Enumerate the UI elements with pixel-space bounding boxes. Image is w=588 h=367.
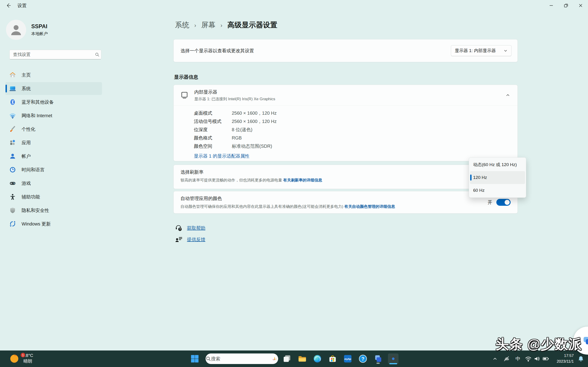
get-help-row: ? 获取帮助 <box>175 224 205 232</box>
task-view-icon <box>283 354 292 363</box>
detail-row-bit-depth: 位深度 8 位(递色) <box>194 125 518 134</box>
clock-time: 17:57 <box>557 353 574 359</box>
profile-name: SSPAI <box>31 23 48 30</box>
settings-search-box[interactable] <box>9 50 101 59</box>
breadcrumb-system[interactable]: 系统 <box>175 20 189 30</box>
display-info-title: 内部显示器 <box>194 89 275 95</box>
display-adapter-properties-link[interactable]: 显示器 1 的显示适配器属性 <box>194 153 250 159</box>
detail-value: 2560 × 1600，120 Hz <box>232 118 277 125</box>
gaming-icon <box>9 180 16 187</box>
get-help-app-button[interactable]: ? <box>358 353 368 364</box>
display-selector-card: 选择一个显示器以查看或更改其设置 显示器 1: 内部显示器 <box>173 39 518 62</box>
detail-row-signal-mode: 活动信号模式 2560 × 1600，120 Hz <box>194 117 518 125</box>
accounts-icon <box>9 153 16 160</box>
tray-show-hidden-button[interactable] <box>491 355 499 363</box>
sidebar-item-label: 时间和语言 <box>22 167 44 173</box>
sidebar-item-time-language[interactable]: 时间和语言 <box>5 163 102 176</box>
sidebar-item-label: 个性化 <box>22 126 35 132</box>
close-button[interactable] <box>573 0 588 11</box>
minimize-button[interactable] <box>544 0 559 11</box>
sidebar-item-system[interactable]: 系统 <box>5 82 102 95</box>
window-controls <box>544 0 588 11</box>
sidebar-nav: 主页 系统 蓝牙和其他设备 网络和 Internet 个性化 应用 帐户 <box>0 68 104 231</box>
sidebar-item-label: 游戏 <box>22 180 31 186</box>
sidebar-item-home[interactable]: 主页 <box>5 69 102 81</box>
task-view-button[interactable] <box>282 353 292 364</box>
app-title: 设置 <box>17 2 27 9</box>
accessibility-icon <box>9 193 16 200</box>
sidebar-item-accounts[interactable]: 帐户 <box>5 150 102 163</box>
display-info-card: 内部显示器 显示器 1: 已连接到 Intel(R) Iris(R) Xe Gr… <box>173 85 518 161</box>
volume-tray-icon[interactable] <box>533 355 541 363</box>
edge-icon <box>313 354 322 363</box>
display-selector-value: 显示器 1: 内部显示器 <box>455 48 496 54</box>
color-management-card: 自动管理应用的颜色 自动颜色管理可确保你的应用和其他内容在此显示器上具有准确的颜… <box>173 191 518 214</box>
settings-app-button[interactable] <box>388 353 398 364</box>
start-button[interactable] <box>190 353 200 364</box>
refresh-rate-option-60hz[interactable]: 60 Hz <box>470 184 525 197</box>
color-management-toggle-group: 开 <box>488 199 510 206</box>
sidebar-item-personalization[interactable]: 个性化 <box>5 123 102 135</box>
profile-account-type: 本地帐户 <box>31 31 48 36</box>
detail-label: 位深度 <box>194 127 232 133</box>
svg-text:?: ? <box>179 228 181 231</box>
get-help-icon: ? <box>175 224 182 232</box>
settings-gear-icon <box>389 354 398 363</box>
onedrive-tray-icon[interactable] <box>502 355 510 363</box>
detail-row-color-space: 颜色空间 标准动态范围(SDR) <box>194 142 518 150</box>
breadcrumb-separator: › <box>221 22 222 29</box>
search-icon <box>93 52 101 57</box>
breadcrumb-separator: › <box>194 22 196 29</box>
refresh-rate-dropdown-flyout: 动态(60 Hz 或 120 Hz) 120 Hz 60 Hz <box>469 157 526 198</box>
back-arrow-icon <box>5 2 11 8</box>
color-management-toggle[interactable] <box>496 199 510 206</box>
svg-text:myhp: myhp <box>344 358 351 360</box>
refresh-rate-info-link[interactable]: 有关刷新率的详细信息 <box>283 178 322 182</box>
weather-condition: 晴朗 <box>23 358 33 364</box>
color-management-info-link[interactable]: 有关自动颜色管理的详细信息 <box>344 204 395 209</box>
myhp-app-button[interactable]: myhp <box>342 353 353 364</box>
notification-bell-button[interactable] <box>577 355 585 363</box>
taskbar-search-box[interactable] <box>206 353 278 364</box>
sidebar-item-network[interactable]: 网络和 Internet <box>5 109 102 122</box>
battery-tray-icon[interactable] <box>542 355 550 363</box>
get-help-link[interactable]: 获取帮助 <box>187 225 205 231</box>
sidebar-item-apps[interactable]: 应用 <box>5 136 102 149</box>
wifi-tray-icon[interactable] <box>524 355 532 363</box>
speaker-icon <box>534 355 540 362</box>
back-button[interactable] <box>3 1 14 10</box>
clock[interactable]: 17:57 2023/11/1 <box>557 353 574 364</box>
weather-widget[interactable]: 1 28°C 晴朗 <box>8 352 33 365</box>
edge-browser-button[interactable] <box>312 353 323 364</box>
detail-label: 活动信号模式 <box>194 118 232 125</box>
breadcrumb-display[interactable]: 屏幕 <box>201 20 216 30</box>
sidebar-item-accessibility[interactable]: 辅助功能 <box>5 190 102 203</box>
sidebar-item-gaming[interactable]: 游戏 <box>5 177 102 190</box>
sidebar-item-label: 辅助功能 <box>22 194 40 200</box>
display-info-expander[interactable]: 内部显示器 显示器 1: 已连接到 Intel(R) Iris(R) Xe Gr… <box>174 85 518 106</box>
toggle-state-label: 开 <box>488 199 492 206</box>
settings-search-input[interactable] <box>10 52 93 57</box>
microsoft-store-button[interactable] <box>327 353 338 364</box>
user-profile[interactable]: SSPAI 本地帐户 <box>6 20 48 40</box>
restore-button[interactable] <box>559 0 573 11</box>
sidebar-item-privacy-security[interactable]: 隐私和安全性 <box>5 204 102 217</box>
file-explorer-button[interactable] <box>297 353 308 364</box>
refresh-rate-option-120hz[interactable]: 120 Hz <box>470 171 525 184</box>
privacy-icon <box>9 207 16 214</box>
sidebar-item-bluetooth-devices[interactable]: 蓝牙和其他设备 <box>5 96 102 108</box>
sidebar-item-windows-update[interactable]: Windows 更新 <box>5 217 102 230</box>
system-icon <box>9 85 16 92</box>
refresh-rate-option-dynamic[interactable]: 动态(60 Hz 或 120 Hz) <box>470 158 525 171</box>
svg-text:?: ? <box>362 356 364 362</box>
assistant-logo-icon <box>581 335 588 347</box>
feedback-link[interactable]: 提供反馈 <box>187 236 205 243</box>
detail-value: RGB <box>232 135 242 141</box>
display-selector-dropdown[interactable]: 显示器 1: 内部显示器 <box>451 45 511 56</box>
sidebar: SSPAI 本地帐户 主页 系统 蓝牙和其他设备 网络和 Internet 个性 <box>0 11 104 350</box>
feedback-icon <box>175 236 182 243</box>
chevron-up-icon[interactable] <box>505 92 510 98</box>
taskbar-search-input[interactable] <box>211 356 272 361</box>
ime-indicator[interactable]: 中 <box>514 355 522 363</box>
tips-app-button[interactable] <box>373 353 383 364</box>
